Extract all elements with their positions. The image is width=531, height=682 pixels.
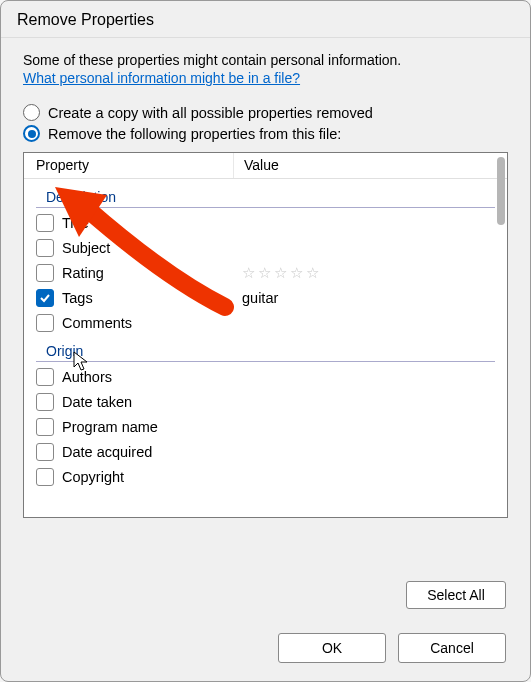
checkbox-date-acquired[interactable]	[36, 443, 54, 461]
label: Date taken	[62, 394, 240, 410]
label: Date acquired	[62, 444, 240, 460]
property-row-copyright[interactable]: Copyright	[36, 464, 495, 489]
checkbox-authors[interactable]	[36, 368, 54, 386]
radio-icon	[23, 125, 40, 142]
column-property[interactable]: Property	[24, 153, 234, 178]
label: Subject	[62, 240, 240, 256]
list-content[interactable]: Description Title Subject Rating	[24, 179, 507, 517]
label: Tags	[62, 290, 240, 306]
star-icon: ☆	[242, 264, 255, 282]
property-row-date-taken[interactable]: Date taken	[36, 389, 495, 414]
checkbox-copyright[interactable]	[36, 468, 54, 486]
ok-button[interactable]: OK	[278, 633, 386, 663]
star-icon: ☆	[274, 264, 287, 282]
label: Comments	[62, 315, 240, 331]
dialog-buttons: OK Cancel	[278, 633, 506, 663]
column-value[interactable]: Value	[234, 153, 507, 178]
star-icon: ☆	[258, 264, 271, 282]
dialog-body: Some of these properties might contain p…	[1, 38, 530, 518]
label: Title	[62, 215, 240, 231]
star-icon: ☆	[306, 264, 319, 282]
properties-list: Property Value Description Title Subject	[23, 152, 508, 518]
radio-create-copy[interactable]: Create a copy with all possible properti…	[23, 104, 508, 121]
label: Program name	[62, 419, 240, 435]
checkbox-rating[interactable]	[36, 264, 54, 282]
radio-remove-following[interactable]: Remove the following properties from thi…	[23, 125, 508, 142]
scrollbar[interactable]	[497, 157, 505, 225]
value-rating-stars: ☆ ☆ ☆ ☆ ☆	[240, 264, 495, 282]
title-text: Remove Properties	[17, 11, 154, 28]
property-row-subject[interactable]: Subject	[36, 235, 495, 260]
radio-icon	[23, 104, 40, 121]
checkbox-subject[interactable]	[36, 239, 54, 257]
property-row-authors[interactable]: Authors	[36, 364, 495, 389]
property-row-title[interactable]: Title	[36, 210, 495, 235]
star-icon: ☆	[290, 264, 303, 282]
star-icons: ☆ ☆ ☆ ☆ ☆	[242, 264, 495, 282]
radio-label: Remove the following properties from thi…	[48, 126, 341, 142]
checkbox-comments[interactable]	[36, 314, 54, 332]
property-row-tags[interactable]: Tags guitar	[36, 285, 495, 310]
remove-properties-dialog: Remove Properties Some of these properti…	[0, 0, 531, 682]
group-description: Description	[36, 185, 495, 208]
checkbox-tags[interactable]	[36, 289, 54, 307]
value: guitar	[240, 290, 495, 306]
label: Authors	[62, 369, 240, 385]
cancel-button[interactable]: Cancel	[398, 633, 506, 663]
info-link[interactable]: What personal information might be in a …	[23, 70, 300, 86]
label: Copyright	[62, 469, 240, 485]
property-row-program-name[interactable]: Program name	[36, 414, 495, 439]
dialog-title: Remove Properties	[1, 1, 530, 38]
list-header: Property Value	[24, 153, 507, 179]
select-all-row: Select All	[406, 581, 506, 609]
label: Rating	[62, 265, 240, 281]
radio-label: Create a copy with all possible properti…	[48, 105, 373, 121]
property-row-rating[interactable]: Rating ☆ ☆ ☆ ☆ ☆	[36, 260, 495, 285]
checkbox-title[interactable]	[36, 214, 54, 232]
select-all-button[interactable]: Select All	[406, 581, 506, 609]
property-row-date-acquired[interactable]: Date acquired	[36, 439, 495, 464]
checkbox-program-name[interactable]	[36, 418, 54, 436]
group-origin: Origin	[36, 339, 495, 362]
property-row-comments[interactable]: Comments	[36, 310, 495, 335]
intro-text: Some of these properties might contain p…	[23, 52, 508, 68]
checkbox-date-taken[interactable]	[36, 393, 54, 411]
